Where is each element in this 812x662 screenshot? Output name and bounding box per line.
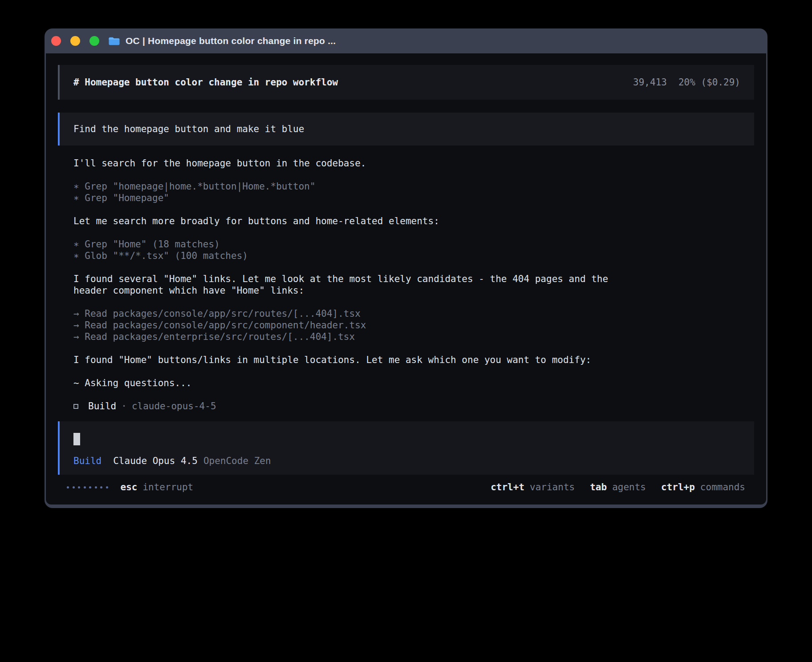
session-header: # Homepage button color change in repo w… xyxy=(58,65,754,100)
ctrl-p-key: ctrl+p xyxy=(661,482,695,492)
status-bar-right: ctrl+t variants tab agents ctrl+p comman… xyxy=(491,482,745,492)
user-message: Find the homepage button and make it blu… xyxy=(58,113,754,145)
assistant-text: header component which have "Home" links… xyxy=(73,285,739,296)
session-meta: 39,413 20% ($0.29) xyxy=(633,77,740,88)
mode-label[interactable]: Build xyxy=(73,455,102,467)
titlebar[interactable]: OC | Homepage button color change in rep… xyxy=(46,28,766,53)
agent-model: claude-opus-4-5 xyxy=(132,400,216,412)
minimize-button[interactable] xyxy=(70,36,80,46)
variants-label: variants xyxy=(530,482,575,492)
assistant-text: I found several "Home" links. Let me loo… xyxy=(73,273,739,285)
context-usage: 20% ($0.29) xyxy=(678,77,740,88)
spinner-dot xyxy=(100,486,102,488)
terminal-window: OC | Homepage button color change in rep… xyxy=(45,28,767,508)
variants-hint: ctrl+t variants xyxy=(491,482,575,492)
agents-label: agents xyxy=(612,482,646,492)
commands-hint: ctrl+p commands xyxy=(661,482,745,492)
status-bar-left: esc interrupt xyxy=(67,482,193,492)
session-title: # Homepage button color change in repo w… xyxy=(73,77,338,88)
commands-label: commands xyxy=(700,482,745,492)
desktop: OC | Homepage button color change in rep… xyxy=(0,0,812,662)
tool-call-line: ∗ Grep "Home" (18 matches) xyxy=(73,238,739,250)
tab-key: tab xyxy=(590,482,607,492)
provider-label: OpenCode Zen xyxy=(203,455,271,467)
interrupt-label: interrupt xyxy=(142,482,193,492)
ctrl-t-key: ctrl+t xyxy=(491,482,524,492)
window-title: OC | Homepage button color change in rep… xyxy=(126,36,336,46)
tool-call-line: → Read packages/console/app/src/routes/[… xyxy=(73,308,739,319)
assistant-text: I found "Home" buttons/links in multiple… xyxy=(73,354,739,366)
folder-icon xyxy=(108,36,120,46)
user-message-text: Find the homepage button and make it blu… xyxy=(73,124,304,134)
spinner-dot xyxy=(84,486,86,488)
activity-spinner xyxy=(67,486,108,488)
agent-name: Build xyxy=(88,400,116,412)
spinner-dot xyxy=(89,486,91,488)
zoom-button[interactable] xyxy=(89,36,99,46)
agents-hint: tab agents xyxy=(590,482,646,492)
spinner-dot xyxy=(78,486,80,488)
close-button[interactable] xyxy=(51,36,61,46)
tool-call-line: ∗ Glob "**/*.tsx" (100 matches) xyxy=(73,250,739,262)
input-modeline: Build Claude Opus 4.5 OpenCode Zen xyxy=(73,455,740,467)
tool-call-line: ∗ Grep "Homepage" xyxy=(73,192,739,204)
traffic-lights xyxy=(51,36,99,46)
spinner-dot xyxy=(73,486,75,488)
esc-key: esc xyxy=(121,482,138,492)
prompt-input[interactable]: Build Claude Opus 4.5 OpenCode Zen xyxy=(58,421,754,475)
text-cursor xyxy=(73,433,80,445)
tool-call-line: ∗ Grep "homepage|home.*button|Home.*butt… xyxy=(73,181,739,192)
agent-icon xyxy=(73,404,78,409)
token-count: 39,413 xyxy=(633,77,667,88)
model-label[interactable]: Claude Opus 4.5 xyxy=(113,455,198,467)
spinner-dot xyxy=(95,486,97,488)
spinner-dot xyxy=(67,486,69,488)
agent-status-line: Build · claude-opus-4-5 xyxy=(73,400,739,412)
interrupt-hint: esc interrupt xyxy=(121,482,194,492)
tool-call-line: → Read packages/console/app/src/componen… xyxy=(73,319,739,331)
tool-call-line: → Read packages/enterprise/src/routes/[.… xyxy=(73,331,739,343)
status-bar: esc interrupt ctrl+t variants tab agents… xyxy=(58,480,754,494)
assistant-text: I'll search for the homepage button in t… xyxy=(73,157,739,169)
assistant-text: Let me search more broadly for buttons a… xyxy=(73,215,739,227)
terminal-content: # Homepage button color change in repo w… xyxy=(46,53,766,505)
separator-dot: · xyxy=(121,400,127,412)
spinner-dot xyxy=(106,486,108,488)
status-text: ~ Asking questions... xyxy=(73,377,739,389)
transcript: I'll search for the homepage button in t… xyxy=(73,157,739,412)
